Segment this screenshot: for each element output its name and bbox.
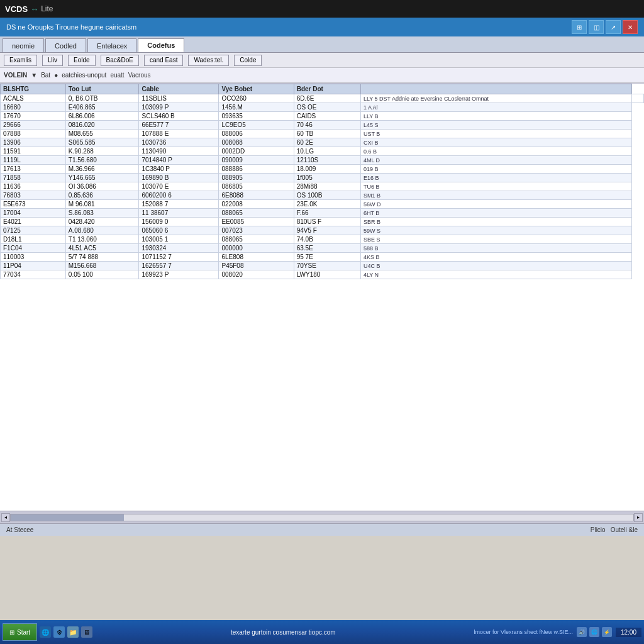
action-vacrous: Vacrous <box>128 72 151 79</box>
table-cell: 71858 <box>1 174 66 182</box>
info-icon-3[interactable]: ↗ <box>606 20 621 34</box>
table-cell: 74.0B <box>294 235 360 244</box>
table-row[interactable]: 71858Y146.665169890 B0889051f005E16 B <box>1 174 644 182</box>
table-cell: SBR B <box>360 218 631 226</box>
info-icon-4[interactable]: ✕ <box>623 20 638 34</box>
col-blshtg: BLSHTG <box>1 84 66 94</box>
table-cell: 11SBLIS <box>139 94 219 103</box>
btn-colde[interactable]: Colde <box>234 55 262 66</box>
table-row[interactable]: 770340.05 100169923 P008020LWY1804LY N <box>1 270 644 279</box>
status-left: At Stecee <box>6 526 33 533</box>
table-cell: 28Mi88 <box>294 182 360 191</box>
taskbar-icon-1[interactable]: 🌐 <box>40 626 51 638</box>
table-row[interactable]: 1119LT1.56.6807014840 P09000912110S4ML D <box>1 156 644 165</box>
table-row[interactable]: 17613M.36.9661C3840 P08888618.009019 B <box>1 165 644 174</box>
btn-examlis[interactable]: Examlis <box>4 55 37 66</box>
table-cell: S.86.083 <box>65 209 139 218</box>
table-cell: 11 38607 <box>139 209 219 218</box>
data-table-container[interactable]: BLSHTG Too Lut Cable Vye Bobet Bder Dot … <box>0 83 644 511</box>
table-row[interactable]: 11591K.90.26811304900002DD10.LG0.6 B <box>1 147 644 156</box>
table-row[interactable]: 07888M08.655107888 E08800660 TBUST B <box>1 130 644 138</box>
taskbar-icon-3[interactable]: 📁 <box>67 626 79 638</box>
info-icon-2[interactable]: ◫ <box>589 20 604 34</box>
hscroll-left-btn[interactable]: ◂ <box>1 513 10 522</box>
table-row[interactable]: D18L1T1 13.060103005 108806574.0BSBE S <box>1 235 644 244</box>
table-cell: 110003 <box>1 253 66 262</box>
table-body: ACALS0, B6.OTB11SBLISOCO2606D.6ELLY 5 DS… <box>1 94 644 279</box>
tray-sound-icon[interactable]: 🔊 <box>577 627 587 637</box>
taskbar-icon-4[interactable]: 🖥 <box>81 626 92 638</box>
table-row[interactable]: 176706L86.006SCLS460 B093635CAIDSLLY B <box>1 112 644 121</box>
table-cell: E16 B <box>360 174 631 182</box>
table-cell: 090009 <box>219 156 294 165</box>
tab-codefus[interactable]: Codefus <box>138 38 184 52</box>
table-cell: 0816.020 <box>65 121 139 130</box>
table-cell: 022008 <box>219 200 294 209</box>
tab-codled[interactable]: Codled <box>45 38 86 52</box>
table-row[interactable]: 296660816.02066E577 7LC9EO570 46L45 S <box>1 121 644 130</box>
hscroll[interactable]: ◂ ▸ <box>0 511 644 523</box>
table-cell: 11636 <box>1 182 66 191</box>
table-cell: K.90.268 <box>65 147 139 156</box>
info-icon-1[interactable]: ⊞ <box>572 20 587 34</box>
tab-neomie[interactable]: neomie <box>3 38 44 52</box>
table-row[interactable]: 13906S065.585103073600808860 2ECXI B <box>1 138 644 147</box>
table-row[interactable]: 17004S.86.08311 38607088065F.666HT B <box>1 209 644 218</box>
table-cell: 60 2E <box>294 138 360 147</box>
btn-bacdoe[interactable]: Bac&DoE <box>101 55 139 66</box>
start-button[interactable]: ⊞ Start <box>3 623 37 641</box>
taskbar-right: lmocer for Vlexrans shect fNew w.SIE... … <box>474 627 641 637</box>
menu-tabs: neomie Codled Entelacex Codefus <box>0 36 644 53</box>
table-cell: OS 100B <box>294 191 360 200</box>
table-row[interactable]: 07125A.08.680065060 600702394V5 F59W S <box>1 226 644 235</box>
table-cell: 0, B6.OTB <box>65 94 139 103</box>
table-cell: 18.009 <box>294 165 360 174</box>
table-cell: 008020 <box>219 270 294 279</box>
table-row[interactable]: ACALS0, B6.OTB11SBLISOCO2606D.6ELLY 5 DS… <box>1 94 644 103</box>
table-cell: 23E.0K <box>294 200 360 209</box>
table-row[interactable]: 1100035/7 74 8881071152 76LE80895 7E4KS … <box>1 253 644 262</box>
table-cell: TU6 B <box>360 182 631 191</box>
table-row[interactable]: E5E673M 96.081152088 702200823E.0K56W D <box>1 200 644 209</box>
btn-wadestel[interactable]: Wades:tel. <box>188 55 229 66</box>
table-row[interactable]: 11P04M156.6681626557 7P45F0870YSEU4C B <box>1 262 644 270</box>
table-cell: 093635 <box>219 112 294 121</box>
tray-power-icon[interactable]: ⚡ <box>602 627 612 637</box>
col-bder-dot: Bder Dot <box>294 84 360 94</box>
table-cell: 810US F <box>294 218 360 226</box>
table-cell: ACALS <box>1 94 66 103</box>
col-vye-bobet: Vye Bobet <box>219 84 294 94</box>
table-cell: 588 B <box>360 244 631 253</box>
table-cell: 5/7 74 888 <box>65 253 139 262</box>
arrow-icon: ↔ <box>30 4 38 14</box>
table-cell: 76803 <box>1 191 66 200</box>
tray-network-icon[interactable]: 🌐 <box>589 627 599 637</box>
table-cell: 007023 <box>219 226 294 235</box>
tab-entelacex[interactable]: Entelacex <box>87 38 136 52</box>
hscroll-track[interactable] <box>10 514 634 521</box>
table-row[interactable]: E40210428.420156009 0EE0085810US FSBR B <box>1 218 644 226</box>
hscroll-right-btn[interactable]: ▸ <box>634 513 643 522</box>
status-plicio: Plicio <box>591 526 606 533</box>
btn-eolde[interactable]: Eolde <box>68 55 96 66</box>
taskbar-center: texarte gurtoin cosumensar tiopc.com <box>95 629 471 636</box>
btn-lliv[interactable]: Lliv <box>42 55 63 66</box>
hscroll-thumb[interactable] <box>11 514 124 521</box>
taskbar-right-text: lmocer for Vlexrans shect fNew w.SIE... <box>474 629 573 635</box>
sub-toolbar: Examlis Lliv Eolde Bac&DoE cand East Wad… <box>0 53 644 68</box>
table-cell: E5E673 <box>1 200 66 209</box>
table-row[interactable]: F1C044L51 AC5193032400000063.5E588 B <box>1 244 644 253</box>
table-row[interactable]: 11636OI 36.086103070 E08680528Mi88TU6 B <box>1 182 644 191</box>
table-row[interactable]: 16680E406.865103099 P1456.MOS OE1 A Al <box>1 103 644 112</box>
table-cell: 103099 P <box>139 103 219 112</box>
table-cell: 088886 <box>219 165 294 174</box>
action-toolbar: VOLEIN ▼ Bat ● eatchies-unoput euatt Vac… <box>0 68 644 83</box>
table-cell: LLY B <box>360 112 631 121</box>
table-cell: Y146.665 <box>65 174 139 182</box>
table-cell: P45F08 <box>219 262 294 270</box>
table-cell: 0428.420 <box>65 218 139 226</box>
taskbar-icon-2[interactable]: ⚙ <box>53 626 65 638</box>
btn-cand-east[interactable]: cand East <box>144 55 183 66</box>
table-cell: OS OE <box>294 103 360 112</box>
table-row[interactable]: 768030.85.6366060200 66E8088OS 100BSM1 B <box>1 191 644 200</box>
